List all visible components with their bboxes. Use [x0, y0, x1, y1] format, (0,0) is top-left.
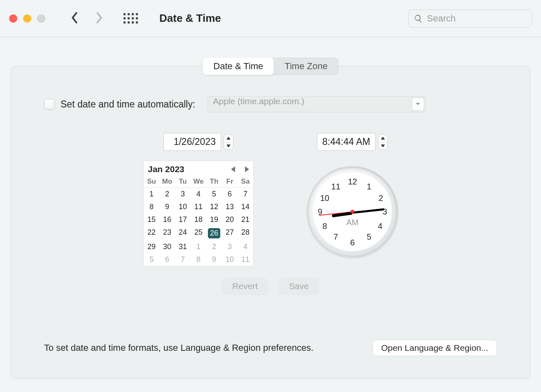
minimize-window-button[interactable]: [23, 14, 31, 23]
calendar-day[interactable]: 4: [238, 240, 253, 253]
calendar-day[interactable]: 1: [191, 240, 206, 253]
calendar-day[interactable]: 18: [191, 213, 206, 226]
calendar-day[interactable]: 26: [206, 226, 222, 240]
back-button[interactable]: [70, 12, 79, 25]
calendar-dow: Th: [206, 176, 222, 188]
calendar-day[interactable]: 2: [206, 240, 222, 253]
date-stepper[interactable]: [224, 134, 233, 150]
time-step-down[interactable]: [378, 142, 387, 149]
calendar-day[interactable]: 28: [238, 226, 253, 240]
action-buttons: Revert Save: [44, 278, 497, 294]
calendar-day[interactable]: 16: [159, 213, 175, 226]
calendar-day[interactable]: 24: [175, 226, 191, 240]
calendar-day[interactable]: 9: [159, 201, 175, 213]
calendar-day[interactable]: 22: [144, 226, 159, 240]
clock-num-7: 7: [333, 232, 338, 242]
search-field[interactable]: Search: [408, 9, 532, 28]
calendar-day[interactable]: 29: [144, 240, 159, 253]
clock-pivot: [351, 210, 354, 214]
date-step-up[interactable]: [224, 135, 233, 142]
clock-minute-hand: [352, 208, 385, 214]
chevron-down-icon: [226, 145, 231, 147]
calendar-dow: Tu: [175, 176, 191, 188]
calendar-day[interactable]: 9: [206, 253, 222, 266]
forward-button[interactable]: [95, 12, 104, 25]
chevron-left-icon: [70, 12, 79, 23]
clock-num-2: 2: [379, 194, 383, 203]
calendar-day[interactable]: 5: [144, 253, 159, 266]
time-column: 8:44:44 AM 12 1 2 3 4 5 6: [307, 133, 398, 257]
calendar-prev-month[interactable]: [231, 166, 235, 172]
footer-text: To set date and time formats, use Langua…: [44, 343, 313, 353]
calendar-day[interactable]: 11: [191, 201, 206, 213]
calendar-day[interactable]: 12: [206, 201, 222, 213]
calendar-day[interactable]: 3: [175, 188, 191, 201]
zoom-window-button[interactable]: [37, 14, 45, 23]
calendar-day[interactable]: 25: [191, 226, 206, 240]
save-button[interactable]: Save: [278, 278, 319, 294]
calendar-day[interactable]: 4: [191, 188, 206, 201]
calendar-day[interactable]: 5: [206, 188, 222, 201]
calendar-day[interactable]: 7: [238, 188, 253, 201]
open-language-region-button[interactable]: Open Language & Region...: [373, 340, 497, 356]
clock-num-8: 8: [322, 221, 327, 231]
revert-button[interactable]: Revert: [222, 278, 268, 294]
calendar-day[interactable]: 11: [238, 253, 253, 266]
calendar-day[interactable]: 30: [159, 240, 175, 253]
tab-time-zone[interactable]: Time Zone: [274, 58, 338, 75]
calendar-day[interactable]: 7: [175, 253, 191, 266]
calendar-day[interactable]: 10: [175, 201, 191, 213]
calendar-day[interactable]: 2: [159, 188, 175, 201]
time-server-combo[interactable]: Apple (time.apple.com.): [208, 96, 426, 112]
calendar-day[interactable]: 21: [238, 213, 253, 226]
calendar-day[interactable]: 8: [191, 253, 206, 266]
chevron-down-icon: [381, 145, 385, 147]
date-step-down[interactable]: [224, 142, 233, 149]
calendar-month-label: Jan 2023: [148, 164, 231, 174]
chevron-down-icon: [415, 103, 420, 106]
clock-num-1: 1: [367, 182, 371, 191]
calendar-day[interactable]: 14: [238, 201, 253, 213]
clock-ampm: AM: [346, 218, 359, 227]
time-field[interactable]: 8:44:44 AM: [317, 133, 375, 151]
calendar-day[interactable]: 20: [222, 213, 238, 226]
titlebar: Date & Time Search: [0, 0, 541, 37]
window-controls: [9, 14, 45, 23]
chevron-up-icon: [226, 137, 231, 140]
calendar-day[interactable]: 23: [159, 226, 175, 240]
calendar-day[interactable]: 17: [175, 213, 191, 226]
calendar-day[interactable]: 15: [144, 213, 159, 226]
calendar-dow: Fr: [222, 176, 238, 188]
chevron-right-icon: [95, 12, 104, 23]
analog-clock[interactable]: 12 1 2 3 4 5 6 7 8 9 10 11 AM: [307, 166, 398, 257]
search-placeholder: Search: [427, 13, 456, 24]
calendar-next-month[interactable]: [245, 166, 249, 172]
calendar-dow: Su: [144, 176, 159, 188]
time-step-up[interactable]: [378, 135, 387, 142]
clock-num-6: 6: [350, 238, 354, 247]
calendar-day[interactable]: 10: [222, 253, 238, 266]
calendar-day[interactable]: 8: [144, 201, 159, 213]
calendar-day[interactable]: 13: [222, 201, 238, 213]
calendar-day[interactable]: 27: [222, 226, 238, 240]
time-stepper[interactable]: [378, 134, 388, 150]
calendar-day[interactable]: 6: [222, 188, 238, 201]
calendar-day[interactable]: 19: [206, 213, 222, 226]
auto-set-checkbox[interactable]: [44, 99, 55, 110]
auto-set-row: Set date and time automatically: Apple (…: [44, 96, 497, 112]
date-field[interactable]: 1/26/2023: [163, 133, 221, 151]
calendar-dow: Mo: [159, 176, 175, 188]
chevron-up-icon: [381, 137, 385, 140]
calendar-day[interactable]: 1: [144, 188, 159, 201]
close-window-button[interactable]: [9, 14, 17, 23]
show-all-prefs-button[interactable]: [124, 13, 138, 23]
clock-num-12: 12: [348, 177, 357, 187]
search-icon: [414, 14, 423, 23]
calendar-day[interactable]: 3: [222, 240, 238, 253]
tab-bar: Date & Time Time Zone: [11, 58, 530, 75]
time-server-dropdown-button[interactable]: [412, 98, 424, 111]
tab-date-time[interactable]: Date & Time: [203, 58, 274, 75]
calendar-day[interactable]: 31: [175, 240, 191, 253]
calendar-day[interactable]: 6: [159, 253, 175, 266]
time-server-value: Apple (time.apple.com.): [208, 96, 426, 112]
